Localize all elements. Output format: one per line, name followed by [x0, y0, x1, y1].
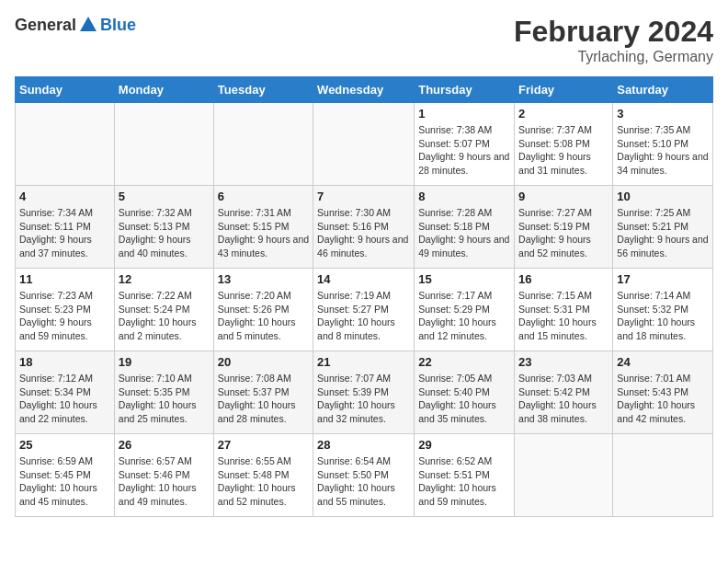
calendar-header-row: SundayMondayTuesdayWednesdayThursdayFrid…: [16, 77, 713, 103]
day-info: Sunrise: 7:27 AMSunset: 5:19 PMDaylight:…: [518, 206, 609, 260]
day-info: Sunrise: 7:23 AMSunset: 5:23 PMDaylight:…: [19, 289, 110, 343]
calendar-cell: 10Sunrise: 7:25 AMSunset: 5:21 PMDayligh…: [613, 186, 713, 269]
calendar-cell: 8Sunrise: 7:28 AMSunset: 5:18 PMDaylight…: [415, 186, 515, 269]
day-number: 25: [19, 438, 110, 452]
day-info: Sunrise: 7:25 AMSunset: 5:21 PMDaylight:…: [617, 206, 709, 260]
day-number: 1: [418, 107, 510, 121]
header-thursday: Thursday: [415, 77, 515, 103]
day-info: Sunrise: 6:54 AMSunset: 5:50 PMDaylight:…: [317, 454, 410, 509]
calendar-week-row: 4Sunrise: 7:34 AMSunset: 5:11 PMDaylight…: [16, 186, 713, 269]
calendar-week-row: 1Sunrise: 7:38 AMSunset: 5:07 PMDaylight…: [16, 103, 713, 186]
calendar-cell: 28Sunrise: 6:54 AMSunset: 5:50 PMDayligh…: [313, 434, 415, 517]
day-info: Sunrise: 6:59 AMSunset: 5:45 PMDaylight:…: [19, 454, 110, 509]
calendar-cell: 14Sunrise: 7:19 AMSunset: 5:27 PMDayligh…: [313, 269, 415, 351]
calendar-cell: [114, 103, 213, 186]
day-info: Sunrise: 7:28 AMSunset: 5:18 PMDaylight:…: [418, 206, 510, 260]
day-info: Sunrise: 7:12 AMSunset: 5:34 PMDaylight:…: [19, 372, 110, 426]
calendar-cell: 5Sunrise: 7:32 AMSunset: 5:13 PMDaylight…: [114, 186, 213, 269]
logo-icon: [78, 15, 98, 35]
day-number: 29: [418, 438, 510, 452]
day-number: 7: [317, 190, 410, 203]
day-info: Sunrise: 7:37 AMSunset: 5:08 PMDaylight:…: [518, 123, 609, 178]
day-number: 22: [418, 355, 510, 369]
calendar-cell: [213, 103, 313, 186]
day-info: Sunrise: 7:34 AMSunset: 5:11 PMDaylight:…: [19, 206, 110, 260]
calendar-cell: 25Sunrise: 6:59 AMSunset: 5:45 PMDayligh…: [16, 434, 115, 517]
day-number: 19: [119, 355, 210, 369]
header-wednesday: Wednesday: [313, 77, 415, 103]
calendar-week-row: 25Sunrise: 6:59 AMSunset: 5:45 PMDayligh…: [16, 434, 713, 517]
day-info: Sunrise: 7:19 AMSunset: 5:27 PMDaylight:…: [317, 289, 410, 343]
day-number: 15: [418, 272, 510, 286]
day-number: 13: [218, 272, 309, 286]
day-info: Sunrise: 7:03 AMSunset: 5:42 PMDaylight:…: [518, 372, 609, 426]
calendar-cell: 16Sunrise: 7:15 AMSunset: 5:31 PMDayligh…: [515, 269, 613, 351]
day-number: 20: [218, 355, 309, 369]
day-number: 11: [19, 272, 110, 286]
header-friday: Friday: [515, 77, 613, 103]
day-number: 14: [317, 272, 410, 286]
logo-general-text: General: [15, 16, 76, 35]
day-info: Sunrise: 7:05 AMSunset: 5:40 PMDaylight:…: [418, 372, 510, 426]
calendar-cell: 24Sunrise: 7:01 AMSunset: 5:43 PMDayligh…: [613, 351, 713, 434]
calendar-cell: 12Sunrise: 7:22 AMSunset: 5:24 PMDayligh…: [114, 269, 213, 351]
calendar-cell: [515, 434, 613, 517]
calendar-cell: 18Sunrise: 7:12 AMSunset: 5:34 PMDayligh…: [16, 351, 115, 434]
day-number: 5: [119, 190, 210, 203]
calendar-cell: [613, 434, 713, 517]
page-header: General Blue February 2024 Tyrlaching, G…: [15, 15, 713, 65]
day-number: 17: [617, 272, 709, 286]
day-number: 28: [317, 438, 410, 452]
day-info: Sunrise: 6:57 AMSunset: 5:46 PMDaylight:…: [119, 454, 210, 509]
day-info: Sunrise: 7:07 AMSunset: 5:39 PMDaylight:…: [317, 372, 410, 426]
day-number: 9: [518, 190, 609, 203]
calendar-cell: 23Sunrise: 7:03 AMSunset: 5:42 PMDayligh…: [515, 351, 613, 434]
calendar-cell: 17Sunrise: 7:14 AMSunset: 5:32 PMDayligh…: [613, 269, 713, 351]
day-number: 26: [119, 438, 210, 452]
calendar-cell: 21Sunrise: 7:07 AMSunset: 5:39 PMDayligh…: [313, 351, 415, 434]
day-number: 6: [218, 190, 309, 203]
calendar-cell: 27Sunrise: 6:55 AMSunset: 5:48 PMDayligh…: [213, 434, 313, 517]
header-monday: Monday: [114, 77, 213, 103]
day-info: Sunrise: 7:38 AMSunset: 5:07 PMDaylight:…: [418, 123, 510, 178]
calendar-cell: 20Sunrise: 7:08 AMSunset: 5:37 PMDayligh…: [213, 351, 313, 434]
day-info: Sunrise: 7:14 AMSunset: 5:32 PMDaylight:…: [617, 289, 709, 343]
day-info: Sunrise: 7:01 AMSunset: 5:43 PMDaylight:…: [617, 372, 709, 426]
day-info: Sunrise: 7:15 AMSunset: 5:31 PMDaylight:…: [518, 289, 609, 343]
day-info: Sunrise: 7:22 AMSunset: 5:24 PMDaylight:…: [119, 289, 210, 343]
day-info: Sunrise: 6:52 AMSunset: 5:51 PMDaylight:…: [418, 454, 510, 509]
day-number: 24: [617, 355, 709, 369]
calendar-cell: 9Sunrise: 7:27 AMSunset: 5:19 PMDaylight…: [515, 186, 613, 269]
day-info: Sunrise: 7:20 AMSunset: 5:26 PMDaylight:…: [218, 289, 309, 343]
day-number: 23: [518, 355, 609, 369]
calendar-week-row: 11Sunrise: 7:23 AMSunset: 5:23 PMDayligh…: [16, 269, 713, 351]
header-tuesday: Tuesday: [213, 77, 313, 103]
calendar-cell: 13Sunrise: 7:20 AMSunset: 5:26 PMDayligh…: [213, 269, 313, 351]
day-number: 8: [418, 190, 510, 203]
day-number: 2: [518, 107, 609, 121]
title-area: February 2024 Tyrlaching, Germany: [514, 15, 713, 65]
day-number: 10: [617, 190, 709, 203]
calendar-cell: 1Sunrise: 7:38 AMSunset: 5:07 PMDaylight…: [415, 103, 515, 186]
calendar-cell: 19Sunrise: 7:10 AMSunset: 5:35 PMDayligh…: [114, 351, 213, 434]
day-info: Sunrise: 7:08 AMSunset: 5:37 PMDaylight:…: [218, 372, 309, 426]
calendar-cell: 7Sunrise: 7:30 AMSunset: 5:16 PMDaylight…: [313, 186, 415, 269]
day-info: Sunrise: 7:17 AMSunset: 5:29 PMDaylight:…: [418, 289, 510, 343]
day-info: Sunrise: 6:55 AMSunset: 5:48 PMDaylight:…: [218, 454, 309, 509]
calendar-table: SundayMondayTuesdayWednesdayThursdayFrid…: [15, 76, 713, 517]
calendar-cell: 3Sunrise: 7:35 AMSunset: 5:10 PMDaylight…: [613, 103, 713, 186]
calendar-cell: 26Sunrise: 6:57 AMSunset: 5:46 PMDayligh…: [114, 434, 213, 517]
day-info: Sunrise: 7:31 AMSunset: 5:15 PMDaylight:…: [218, 206, 309, 260]
calendar-cell: 2Sunrise: 7:37 AMSunset: 5:08 PMDaylight…: [515, 103, 613, 186]
day-number: 4: [19, 190, 110, 203]
logo: General Blue: [15, 15, 136, 35]
day-number: 12: [119, 272, 210, 286]
location-title: Tyrlaching, Germany: [514, 49, 713, 65]
svg-marker-0: [80, 17, 97, 31]
logo-blue-text: Blue: [100, 16, 136, 35]
header-sunday: Sunday: [16, 77, 115, 103]
day-info: Sunrise: 7:30 AMSunset: 5:16 PMDaylight:…: [317, 206, 410, 260]
header-saturday: Saturday: [613, 77, 713, 103]
day-info: Sunrise: 7:10 AMSunset: 5:35 PMDaylight:…: [119, 372, 210, 426]
day-number: 18: [19, 355, 110, 369]
